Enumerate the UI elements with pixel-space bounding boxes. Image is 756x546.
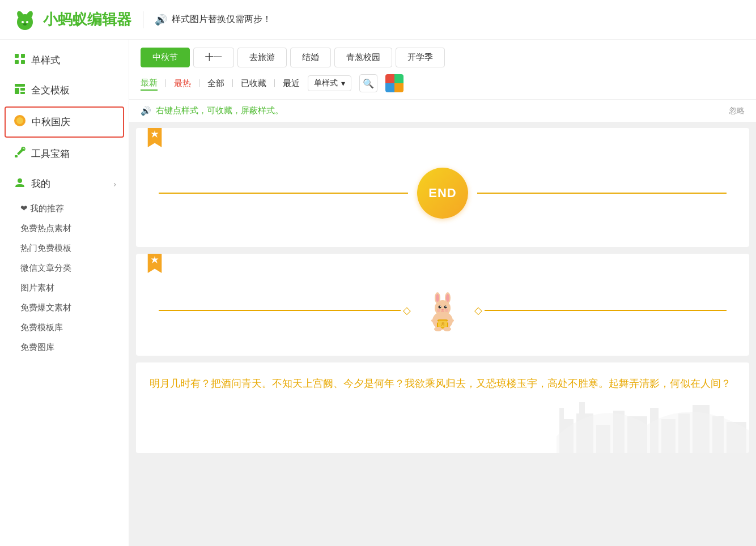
chevron-right-icon: › [113, 180, 116, 189]
rabbit-line-right [485, 310, 727, 311]
sidebar-sub-wechat-category[interactable]: 微信文章分类 [0, 258, 129, 278]
sidebar-sub-free-hot[interactable]: 免费热点素材 [0, 219, 129, 238]
filter-bar: 中秋节 十一 去旅游 结婚 青葱校园 开学季 最新 最热 全部 已收藏 最近 单… [129, 40, 756, 100]
sort-divider-1 [165, 79, 166, 87]
svg-point-28 [445, 306, 447, 307]
rabbit-right-line-area: ◇ [474, 304, 727, 317]
svg-rect-16 [15, 155, 18, 157]
sidebar-label-mid-autumn: 中秋国庆 [32, 116, 70, 129]
svg-rect-10 [15, 84, 25, 87]
sidebar-sub-free-explosive[interactable]: 免费爆文素材 [0, 298, 129, 318]
svg-rect-8 [15, 60, 19, 64]
svg-rect-9 [21, 60, 25, 64]
color-yellow-quad [394, 83, 404, 92]
sidebar: 单样式 全文模板 中秋国庆 工具宝箱 我的 › [0, 40, 129, 546]
sidebar-label-single-style: 单样式 [31, 54, 60, 67]
sort-collected[interactable]: 已收藏 [241, 77, 266, 90]
diamond-right-icon: ◇ [474, 304, 482, 317]
skyline-bg [557, 385, 749, 453]
color-green-quad [394, 74, 404, 83]
dropdown-arrow-icon: ▾ [341, 79, 345, 88]
header-divider [143, 11, 143, 28]
sidebar-sub-hot-free-template[interactable]: 热门免费模板 [0, 238, 129, 258]
sidebar-label-mine: 我的 [31, 177, 50, 190]
tab-oct-holiday[interactable]: 十一 [193, 48, 234, 67]
sidebar-sub-label-free-template-lib: 免费模板库 [20, 322, 63, 332]
sort-divider-3 [232, 79, 233, 87]
svg-point-25 [439, 306, 441, 309]
sidebar-item-mid-autumn[interactable]: 中秋国庆 [5, 106, 124, 138]
bookmark-icon-rabbit [147, 254, 162, 273]
sidebar-label-tools: 工具宝箱 [31, 147, 70, 160]
speaker-icon: 🔊 [155, 14, 167, 26]
sort-divider-4 [274, 79, 275, 87]
sidebar-item-single-style[interactable]: 单样式 [0, 45, 129, 75]
sidebar-sub-label-hot-free-template: 热门免费模板 [20, 243, 71, 253]
tab-wedding[interactable]: 结婚 [290, 48, 331, 67]
end-content: END [147, 151, 738, 236]
search-button[interactable]: 🔍 [359, 74, 377, 92]
rabbit-content: ◇ [147, 276, 738, 344]
sidebar-item-tools[interactable]: 工具宝箱 [0, 139, 129, 169]
sidebar-sub-free-image-lib[interactable]: 免费图库 [0, 338, 129, 357]
color-blue-quad [385, 83, 394, 92]
svg-text:月: 月 [441, 322, 445, 327]
svg-point-15 [16, 117, 23, 124]
rabbit-left-line-area: ◇ [159, 304, 411, 317]
rabbit-illustration: 月 [420, 288, 465, 333]
tip-speaker-icon: 🔊 [141, 106, 151, 116]
color-palette-button[interactable] [385, 74, 404, 92]
sidebar-sub-my-recommend[interactable]: ❤ 我的推荐 [0, 199, 129, 219]
sidebar-sub-free-template-lib[interactable]: 免费模板库 [0, 318, 129, 338]
sort-all[interactable]: 全部 [207, 77, 224, 90]
svg-point-31 [445, 309, 448, 312]
grid-icon [14, 53, 26, 67]
end-line-left [159, 193, 408, 194]
logo-area: 小蚂蚁编辑器 [11, 6, 131, 33]
notice-text: 样式图片替换仅需两步！ [172, 14, 271, 25]
svg-point-29 [441, 309, 444, 311]
tip-message: 右键点样式，可收藏，屏蔽样式。 [156, 105, 283, 116]
end-panel: END [136, 128, 749, 247]
color-red-quad [385, 74, 394, 83]
svg-rect-7 [21, 54, 25, 58]
tab-travel[interactable]: 去旅游 [237, 48, 287, 67]
ignore-button[interactable]: 忽略 [729, 106, 745, 116]
logo-text: 小蚂蚁编辑器 [43, 10, 131, 29]
sort-divider-2 [199, 79, 199, 87]
sort-newest[interactable]: 最新 [141, 76, 158, 91]
search-icon: 🔍 [363, 78, 374, 89]
rabbit-panel: ◇ [136, 254, 749, 356]
tab-mid-autumn-festival[interactable]: 中秋节 [141, 48, 190, 67]
svg-rect-11 [15, 88, 19, 94]
panels-area: END ◇ [129, 122, 756, 546]
svg-rect-6 [15, 54, 19, 58]
type-select[interactable]: 单样式 ▾ [308, 75, 351, 91]
sidebar-sub-image-material[interactable]: 图片素材 [0, 278, 129, 298]
tools-icon [14, 147, 26, 161]
svg-point-36 [443, 327, 451, 331]
tip-bar: 🔊 右键点样式，可收藏，屏蔽样式。 忽略 [129, 100, 756, 122]
sort-recent[interactable]: 最近 [283, 77, 300, 90]
text-panel: 明月几时有？把酒问青天。不知天上宫阙、今夕是何年？我欲乘风归去，又恐琼楼玉宇，高… [136, 362, 749, 453]
sidebar-item-mine[interactable]: 我的 › [0, 169, 129, 199]
bookmark-icon-end [147, 128, 162, 147]
user-icon [14, 177, 26, 191]
svg-point-35 [434, 327, 442, 331]
sidebar-sub-label-free-image-lib: 免费图库 [20, 342, 54, 352]
svg-point-24 [446, 294, 449, 302]
tab-campus[interactable]: 青葱校园 [334, 48, 392, 67]
sort-hottest[interactable]: 最热 [174, 77, 191, 90]
sidebar-sub-label-my-recommend: ❤ 我的推荐 [20, 203, 64, 213]
svg-rect-13 [20, 92, 25, 94]
diamond-left-icon: ◇ [403, 304, 411, 317]
sidebar-item-full-template[interactable]: 全文模板 [0, 75, 129, 105]
svg-point-27 [440, 306, 441, 307]
rabbit-line-left [159, 310, 401, 311]
tab-school-season[interactable]: 开学季 [396, 48, 445, 67]
svg-point-4 [26, 21, 28, 23]
main-layout: 单样式 全文模板 中秋国庆 工具宝箱 我的 › [0, 40, 756, 546]
tip-text-area: 🔊 右键点样式，可收藏，屏蔽样式。 [141, 105, 283, 116]
end-label: END [428, 186, 456, 201]
sidebar-label-full-template: 全文模板 [31, 84, 70, 97]
